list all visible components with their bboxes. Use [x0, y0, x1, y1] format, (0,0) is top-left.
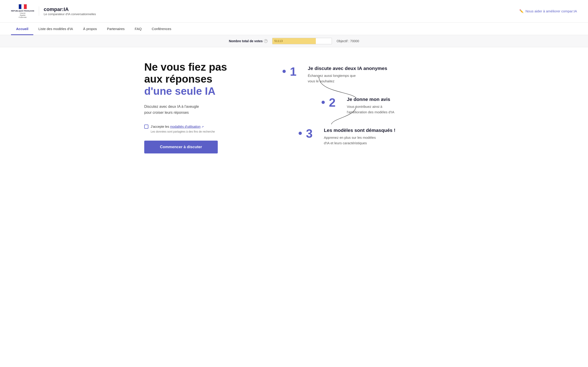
step-3-dot — [299, 132, 302, 135]
step-2-dot — [321, 101, 325, 104]
step-3: 3 Les modèles sont démasqués ! Apprenez … — [299, 127, 418, 146]
flag-red — [24, 4, 26, 9]
step-1-dot — [283, 70, 286, 73]
votes-objective: Objectif : 70000 — [337, 39, 359, 43]
republic-logo: RÉPUBLIQUE FRANÇAISE LibertéÉgalitéFrate… — [11, 4, 34, 18]
brand-section: compar:IA Le comparateur d'IA conversati… — [39, 6, 96, 16]
nav-item-liste[interactable]: Liste des modèles d'IA — [33, 23, 78, 35]
votes-progress-fill: 51113 — [272, 38, 316, 44]
main-nav: Accueil Liste des modèles d'IA À propos … — [0, 23, 588, 35]
step-1: 1 Je discute avec deux IA anonymes Échan… — [283, 66, 418, 84]
step-2-desc: Vous contribuez ainsi à l'amélioration d… — [347, 104, 418, 115]
start-button[interactable]: Commencer à discuter — [144, 141, 218, 153]
step-1-title: Je discute avec deux IA anonymes — [308, 66, 418, 71]
flag-blue — [19, 4, 21, 9]
terms-checkbox[interactable] — [144, 125, 148, 129]
hero-description: Discutez avec deux IA à l'aveugle pour c… — [144, 104, 241, 115]
pencil-icon: ✏️ — [519, 9, 524, 13]
votes-bar-section: Nombre total de votes ? 51113 Objectif :… — [0, 35, 588, 47]
step-1-content: Je discute avec deux IA anonymes Échange… — [308, 66, 418, 84]
main-content: Ne vous fiez pas aux réponses d'une seul… — [133, 47, 455, 172]
hero-title: Ne vous fiez pas aux réponses d'une seul… — [144, 61, 241, 98]
terms-text: J'accepte les modalités d'utilisation ↗ — [151, 125, 204, 128]
steps-container: 1 Je discute avec deux IA anonymes Échan… — [276, 66, 418, 146]
step-2-content: Je donne mon avis Vous contribuez ainsi … — [347, 97, 418, 115]
nav-item-conferences[interactable]: Conférences — [147, 23, 176, 35]
site-header: RÉPUBLIQUE FRANÇAISE LibertéÉgalitéFrate… — [0, 0, 588, 23]
brand-subtitle: Le comparateur d'IA conversationnelles — [44, 12, 96, 16]
header-left: RÉPUBLIQUE FRANÇAISE LibertéÉgalitéFrate… — [11, 4, 96, 18]
nav-item-apropos[interactable]: À propos — [78, 23, 102, 35]
step-2-title: Je donne mon avis — [347, 97, 418, 102]
left-section: Ne vous fiez pas aux réponses d'une seul… — [144, 61, 241, 154]
step-3-title: Les modèles sont démasqués ! — [324, 127, 418, 133]
step-1-number: 1 — [290, 66, 304, 77]
terms-link[interactable]: modalités d'utilisation — [170, 125, 200, 128]
french-flag — [19, 4, 27, 9]
votes-progress-bar: 51113 — [272, 38, 332, 44]
help-link[interactable]: ✏️ Nous aider à améliorer compar:IA — [519, 9, 577, 13]
step-2: 2 Je donne mon avis Vous contribuez ains… — [321, 97, 418, 115]
flag-white — [21, 4, 24, 9]
hero-title-accent: d'une seule IA — [144, 85, 216, 97]
step-3-content: Les modèles sont démasqués ! Apprenez en… — [324, 127, 418, 146]
step-2-number: 2 — [329, 97, 343, 108]
step-3-desc: Apprenez en plus sur les modèles d'IA et… — [324, 135, 418, 146]
brand-title: compar:IA — [44, 6, 96, 12]
step-1-desc: Échangez aussi longtemps que vous le sou… — [308, 73, 418, 84]
nav-item-partenaires[interactable]: Partenaires — [102, 23, 130, 35]
votes-label: Nombre total de votes ? — [229, 39, 268, 43]
votes-info-icon[interactable]: ? — [264, 39, 268, 43]
step-3-number: 3 — [306, 127, 320, 140]
right-section: 1 Je discute avec deux IA anonymes Échan… — [250, 61, 444, 154]
terms-section: J'accepte les modalités d'utilisation ↗ … — [144, 125, 241, 133]
terms-note: Les données sont partagées à des fins de… — [151, 130, 241, 133]
nav-item-accueil[interactable]: Accueil — [11, 23, 33, 35]
republic-name: RÉPUBLIQUE FRANÇAISE — [11, 10, 34, 12]
terms-row: J'accepte les modalités d'utilisation ↗ — [144, 125, 241, 129]
republic-motto: LibertéÉgalitéFraternité — [19, 12, 27, 18]
external-link-icon: ↗ — [201, 125, 204, 128]
help-link-text: Nous aider à améliorer compar:IA — [526, 9, 577, 13]
nav-item-faq[interactable]: FAQ — [130, 23, 147, 35]
